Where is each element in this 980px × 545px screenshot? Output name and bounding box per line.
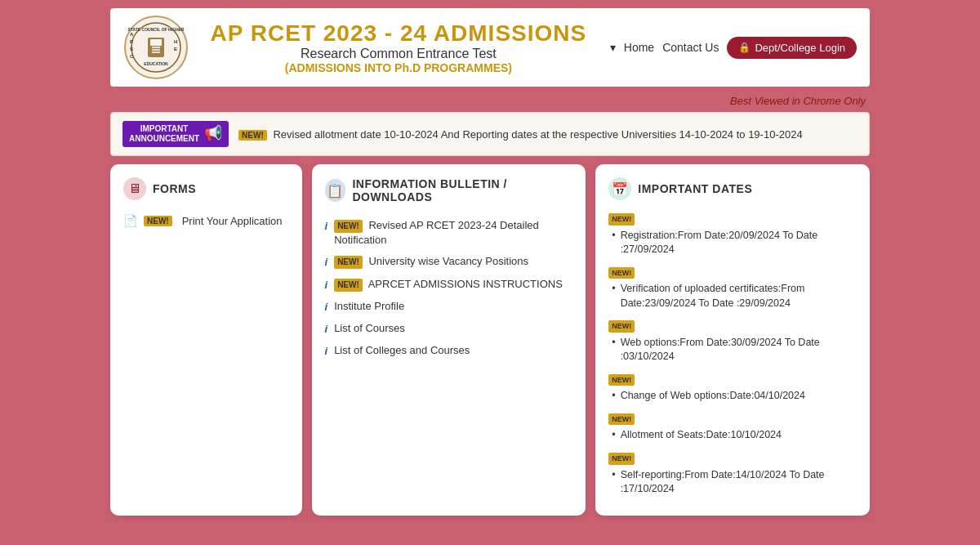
date-new-2: NEW! <box>608 320 635 333</box>
sub-title2: (ADMISSIONS INTO Ph.D PROGRAMMES) <box>200 61 597 74</box>
new-badge: NEW! <box>238 130 267 141</box>
new-badge-print: NEW! <box>144 216 172 226</box>
info-bulletin-card: 📋 INFORMATION BULLETIN / DOWNLOADS i NEW… <box>312 164 586 516</box>
contact-nav-link[interactable]: Contact Us <box>662 41 719 54</box>
date-new-5: NEW! <box>608 453 635 465</box>
dropdown-chevron-icon: ▾ <box>610 41 616 54</box>
svg-text:A: A <box>130 32 134 37</box>
date-new-3: NEW! <box>608 374 635 386</box>
monitor-icon: 🖥 <box>128 181 141 196</box>
dates-card-header: 📅 IMPORTANT DATES <box>608 177 857 200</box>
date-text-0: Registration:From Date:20/09/2024 To Dat… <box>608 229 857 257</box>
info-icon: 📋 <box>325 179 346 202</box>
header-nav: ▾ Home Contact Us 🔒 Dept/College Login <box>610 37 857 59</box>
calendar-icon: 📅 <box>612 181 628 197</box>
info-title: INFORMATION BULLETIN / DOWNLOADS <box>352 177 572 203</box>
date-item-1: NEW! Verification of uploaded certificat… <box>608 266 857 311</box>
date-text-2: Web options:From Date:30/09/2024 To Date… <box>608 336 857 364</box>
svg-text:EDUCATION: EDUCATION <box>144 61 168 66</box>
new-badge-1: NEW! <box>334 256 363 269</box>
new-badge-2: NEW! <box>334 279 363 292</box>
sub-title: Research Common Entrance Test <box>200 47 597 61</box>
date-item-0: NEW! Registration:From Date:20/09/2024 T… <box>608 212 857 257</box>
header-title-block: AP RCET 2023 - 24 ADMISSIONS Research Co… <box>200 20 597 74</box>
announcement-content: Revised allotment date 10-10-2024 And Re… <box>273 128 802 141</box>
date-new-0: NEW! <box>608 213 635 226</box>
date-item-4: NEW! Allotment of Seats:Date:10/10/2024 <box>608 412 857 443</box>
info-bullet-icon-1: i <box>325 255 328 270</box>
info-item-label-2: APRCET ADMISSIONS INSTRUCTIONS <box>368 278 563 290</box>
svg-rect-5 <box>150 39 162 46</box>
important-badge: IMPORTANT ANNOUNCEMENT 📢 <box>122 121 229 147</box>
svg-text:STATE COUNCIL OF HIGHER: STATE COUNCIL OF HIGHER <box>128 27 185 32</box>
new-badge-0: NEW! <box>334 220 363 233</box>
badge-line1: IMPORTANT <box>129 124 199 134</box>
home-nav-link[interactable]: Home <box>624 41 654 54</box>
info-item-4[interactable]: i List of Courses <box>325 318 573 340</box>
date-text-4: Allotment of Seats:Date:10/10/2024 <box>608 428 857 443</box>
announcement-bar: IMPORTANT ANNOUNCEMENT 📢 NEW! Revised al… <box>110 112 870 156</box>
login-button[interactable]: 🔒 Dept/College Login <box>727 37 857 59</box>
info-item-label-3: Institute Profile <box>334 299 404 314</box>
date-new-1: NEW! <box>608 267 635 279</box>
info-item-label-4: List of Courses <box>334 321 405 336</box>
date-text-1: Verification of uploaded certificates:Fr… <box>608 282 857 310</box>
forms-icon: 🖥 <box>123 177 146 200</box>
info-item-0[interactable]: i NEW! Revised AP RCET 2023-24 Detailed … <box>325 215 573 251</box>
forms-card: 🖥 FORMS 📄 NEW! Print Your Application <box>110 164 302 516</box>
main-content: 🖥 FORMS 📄 NEW! Print Your Application 📋 … <box>110 164 870 516</box>
info-item-2[interactable]: i NEW! APRCET ADMISSIONS INSTRUCTIONS <box>325 274 573 296</box>
svg-text:H: H <box>174 39 177 44</box>
info-bullet-icon-0: i <box>325 219 328 234</box>
login-button-label: Dept/College Login <box>755 42 845 54</box>
date-new-4: NEW! <box>608 413 635 426</box>
main-title: AP RCET 2023 - 24 ADMISSIONS <box>200 20 597 47</box>
info-item-label-0: Revised AP RCET 2023-24 Detailed Notific… <box>334 219 539 246</box>
svg-text:E: E <box>174 47 177 51</box>
forms-card-header: 🖥 FORMS <box>123 177 289 200</box>
svg-text:P: P <box>130 39 133 44</box>
info-bullet-icon-5: i <box>325 344 328 359</box>
forms-title: FORMS <box>153 182 196 195</box>
megaphone-icon: 📢 <box>204 125 222 143</box>
info-bullet-icon-4: i <box>325 322 328 337</box>
info-card-header: 📋 INFORMATION BULLETIN / DOWNLOADS <box>325 177 573 203</box>
info-bullet-icon-3: i <box>325 300 328 315</box>
info-item-1[interactable]: i NEW! University wise Vacancy Positions <box>325 251 573 273</box>
document-icon: 📄 <box>123 214 137 227</box>
info-item-5[interactable]: i List of Colleges and Courses <box>325 340 573 362</box>
lock-icon: 🔒 <box>738 42 751 53</box>
announcement-text: NEW! Revised allotment date 10-10-2024 A… <box>238 128 803 141</box>
date-item-5: NEW! Self-reporting:From Date:14/10/2024… <box>608 451 857 497</box>
info-bulletin-icon: 📋 <box>327 183 343 199</box>
best-viewed-notice: Best Viewed in Chrome Only <box>0 95 980 107</box>
svg-text:S: S <box>130 47 133 51</box>
info-item-3[interactable]: i Institute Profile <box>325 296 573 318</box>
date-item-3: NEW! Change of Web options:Date:04/10/20… <box>608 373 857 404</box>
dates-icon: 📅 <box>608 177 631 200</box>
print-application-item[interactable]: 📄 NEW! Print Your Application <box>123 212 289 230</box>
info-bullet-icon-2: i <box>325 278 328 293</box>
date-text-5: Self-reporting:From Date:14/10/2024 To D… <box>608 468 857 497</box>
info-item-label-5: List of Colleges and Courses <box>334 343 470 358</box>
logo: STATE COUNCIL OF HIGHER EDUCATION A P S … <box>123 15 189 80</box>
dates-title: IMPORTANT DATES <box>638 182 752 195</box>
date-text-3: Change of Web options:Date:04/10/2024 <box>608 389 857 404</box>
info-item-label-1: University wise Vacancy Positions <box>368 255 528 267</box>
date-item-2: NEW! Web options:From Date:30/09/2024 To… <box>608 319 857 364</box>
svg-text:C: C <box>130 54 134 59</box>
header: STATE COUNCIL OF HIGHER EDUCATION A P S … <box>110 8 870 87</box>
print-application-label: Print Your Application <box>182 215 283 227</box>
badge-line2: ANNOUNCEMENT <box>129 134 199 144</box>
important-dates-card: 📅 IMPORTANT DATES NEW! Registration:From… <box>595 164 870 516</box>
dropdown-menu[interactable]: ▾ <box>610 41 616 54</box>
